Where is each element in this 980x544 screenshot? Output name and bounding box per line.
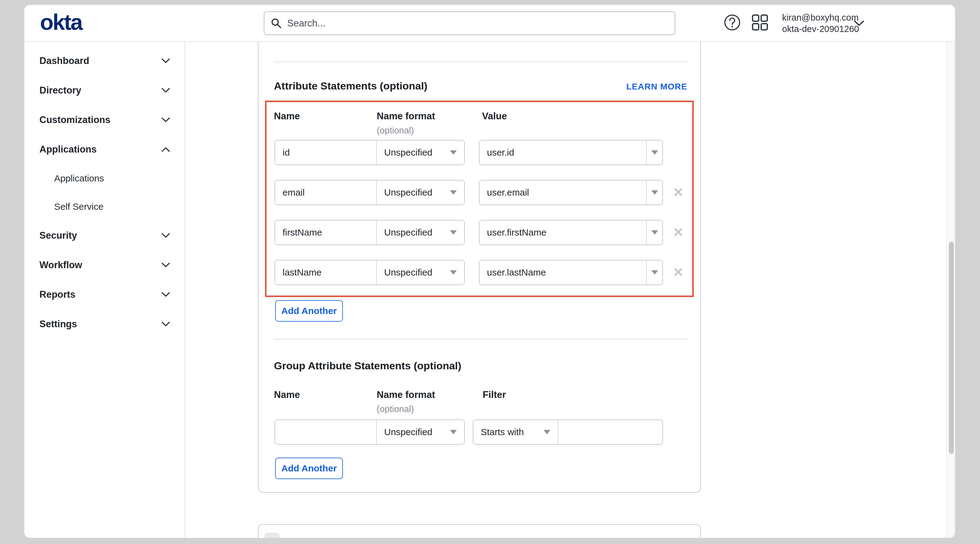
sidebar-item-reports[interactable]: Reports: [24, 280, 185, 309]
help-icon: [724, 14, 741, 31]
sidebar-subitem-self-service[interactable]: Self Service: [24, 192, 185, 221]
section-divider: [274, 339, 689, 339]
attribute-name-input[interactable]: [275, 141, 376, 165]
account-menu[interactable]: kiran@boxyhq.com okta-dev-20901260: [782, 12, 859, 35]
caret-down-icon: [544, 430, 550, 434]
filter-type-select[interactable]: Starts with: [473, 420, 558, 444]
name-format-value: Unspecified: [384, 187, 450, 198]
chevron-down-icon: [161, 292, 170, 297]
name-and-format-group: Unspecified: [275, 419, 465, 445]
value-select-toggle[interactable]: [647, 181, 662, 205]
attribute-value-input[interactable]: [479, 260, 646, 284]
name-format-value: Unspecified: [384, 147, 450, 158]
attribute-name-input[interactable]: [275, 260, 376, 284]
caret-down-icon: [450, 430, 457, 434]
attribute-row: Unspecified ✕: [259, 260, 700, 285]
scrollbar-thumb[interactable]: [949, 242, 954, 454]
value-combobox: [479, 260, 663, 285]
caret-down-icon: [450, 230, 457, 235]
name-format-value: Unspecified: [384, 267, 450, 278]
sidebar-item-directory[interactable]: Directory: [24, 76, 185, 105]
add-another-attribute-button[interactable]: Add Another: [275, 300, 343, 322]
attribute-name-input[interactable]: [275, 181, 376, 205]
account-chevron-down-icon[interactable]: [853, 20, 865, 27]
column-header-value: Value: [482, 111, 507, 122]
name-format-select[interactable]: Unspecified: [377, 260, 464, 284]
name-format-value: Unspecified: [384, 227, 450, 238]
search-icon: [270, 17, 282, 29]
value-select-toggle[interactable]: [647, 260, 662, 284]
remove-row-button[interactable]: ✕: [673, 186, 684, 199]
saml-settings-card: Attribute Statements (optional) LEARN MO…: [258, 42, 701, 493]
okta-admin-window: okta kiran@boxyhq.com: [24, 5, 955, 538]
add-another-group-attribute-button[interactable]: Add Another: [275, 458, 343, 479]
value-combobox: [479, 220, 663, 245]
next-section-card: [258, 524, 701, 538]
apps-grid-icon: [752, 14, 768, 31]
account-org: okta-dev-20901260: [782, 23, 859, 35]
chevron-down-icon: [161, 321, 170, 327]
name-and-format-group: Unspecified: [275, 260, 465, 285]
section-divider: [274, 62, 689, 62]
chevron-down-icon: [161, 262, 170, 268]
apps-menu-button[interactable]: [751, 14, 768, 32]
caret-down-icon: [651, 270, 658, 274]
attribute-statements-title: Attribute Statements (optional): [274, 80, 428, 92]
caret-down-icon: [450, 151, 457, 155]
column-note-optional: (optional): [377, 404, 414, 414]
sidebar-item-workflow[interactable]: Workflow: [24, 250, 185, 280]
name-format-value: Unspecified: [384, 427, 450, 437]
value-combobox: [479, 180, 663, 205]
name-and-format-group: Unspecified: [275, 220, 465, 245]
sidebar-item-customizations[interactable]: Customizations: [24, 105, 185, 135]
group-name-input[interactable]: [275, 420, 376, 444]
column-header-filter: Filter: [483, 389, 506, 400]
column-note-optional: (optional): [377, 125, 414, 136]
scrollbar-track[interactable]: [946, 42, 955, 538]
value-select-toggle[interactable]: [647, 220, 662, 244]
sidebar-item-applications[interactable]: Applications: [24, 135, 185, 164]
remove-row-button[interactable]: ✕: [673, 226, 684, 239]
filter-value-input[interactable]: [558, 420, 662, 444]
attribute-name-input[interactable]: [275, 220, 376, 244]
attribute-row: Unspecified ✕: [259, 180, 700, 205]
attribute-value-input[interactable]: [479, 181, 646, 205]
group-attribute-statements-title: Group Attribute Statements (optional): [274, 360, 461, 372]
filter-type-value: Starts with: [481, 427, 544, 437]
search-box: [264, 11, 675, 35]
caret-down-icon: [450, 190, 457, 195]
help-button[interactable]: [724, 14, 741, 32]
name-format-select[interactable]: Unspecified: [377, 181, 464, 205]
app-logo-placeholder: [265, 533, 280, 538]
name-and-format-group: Unspecified: [275, 180, 465, 205]
name-format-select[interactable]: Unspecified: [377, 141, 464, 165]
attribute-value-input[interactable]: [479, 141, 646, 165]
sidebar-item-security[interactable]: Security: [24, 221, 185, 250]
name-format-select[interactable]: Unspecified: [377, 420, 464, 444]
caret-down-icon: [651, 151, 658, 155]
caret-down-icon: [651, 190, 658, 195]
chevron-down-icon: [161, 233, 170, 238]
value-combobox: [479, 140, 663, 165]
chevron-down-icon: [161, 117, 170, 123]
sidebar-item-dashboard[interactable]: Dashboard: [24, 46, 185, 76]
column-header-name: Name: [274, 389, 300, 400]
sidebar: Dashboard Directory Customizations Appli…: [24, 42, 185, 538]
caret-down-icon: [450, 270, 457, 274]
search-input[interactable]: [287, 18, 668, 29]
sidebar-item-settings[interactable]: Settings: [24, 309, 185, 339]
caret-down-icon: [651, 230, 658, 235]
filter-combobox: Starts with: [473, 419, 663, 445]
column-header-name-format: Name format: [377, 389, 435, 400]
group-attribute-row: Unspecified Starts with: [259, 419, 700, 445]
value-select-toggle[interactable]: [647, 141, 662, 165]
attribute-row: Unspecified ✕: [259, 220, 700, 245]
column-header-name-format: Name format: [377, 111, 435, 122]
remove-row-button[interactable]: ✕: [673, 266, 684, 279]
sidebar-subitem-applications[interactable]: Applications: [24, 164, 185, 192]
okta-logo[interactable]: okta: [40, 11, 82, 33]
attribute-value-input[interactable]: [479, 220, 646, 244]
name-format-select[interactable]: Unspecified: [377, 220, 464, 244]
top-bar: okta kiran@boxyhq.com: [24, 5, 955, 42]
learn-more-link[interactable]: LEARN MORE: [626, 82, 687, 92]
